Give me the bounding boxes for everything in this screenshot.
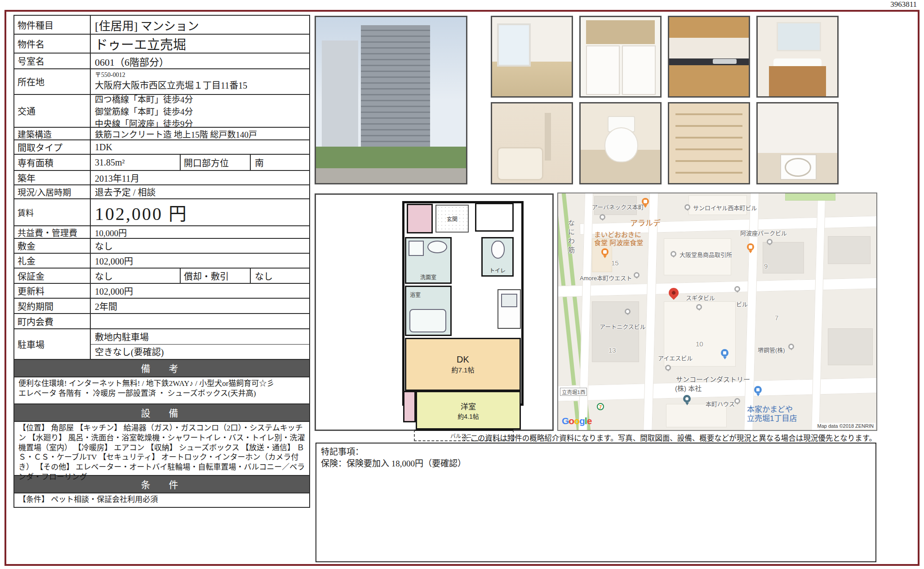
plan-entrance-label: 玄関 bbox=[446, 215, 458, 223]
value-status: 退去予定 / 相談 bbox=[91, 185, 309, 198]
row-structure: 建築構造 鉄筋コンクリート造 地上15階 総戸数140戸 bbox=[14, 128, 309, 140]
map-label-sanko-2: (株) 本社 bbox=[675, 383, 702, 393]
label-common-fee: 共益費・管理費 bbox=[14, 226, 91, 238]
plan-entrance-area: 玄関 bbox=[435, 205, 469, 233]
building-road-decor bbox=[316, 168, 466, 183]
row-status: 現況/入居時期 退去予定 / 相談 bbox=[14, 185, 309, 199]
map-label-ies: アイエスビル bbox=[658, 354, 693, 362]
label-area: 専有面積 bbox=[14, 155, 91, 170]
washbasin-mirror-decor bbox=[777, 22, 821, 52]
photo-building-exterior bbox=[315, 16, 467, 184]
label-renewal-fee: 更新料 bbox=[14, 284, 91, 298]
label-layout-type: 間取タイプ bbox=[14, 140, 91, 154]
value-rent: 102,000 円 bbox=[91, 199, 309, 225]
property-detail-table: 物件種目 [住居用] マンション 物件名 ドゥーエ立売堀 号室名 0601（6階… bbox=[13, 15, 310, 508]
value-address: 〒550-0012 大阪府大阪市西区立売堀１丁目11番15 bbox=[91, 69, 309, 94]
remarks-line-2: エレベータ 各階有 ・ 冷暖房 一部設置済 ・ シューズボックス(天井高) bbox=[18, 389, 256, 398]
label-property-name: 物件名 bbox=[14, 35, 91, 53]
value-guarantee: なし bbox=[91, 269, 181, 283]
value-parking: 敷地内駐車場 空きなし(要確認) bbox=[91, 329, 309, 359]
row-town-fee: 町内会費 bbox=[14, 314, 309, 329]
map-label-urbanex: アーバネックス本町 bbox=[592, 202, 644, 211]
photo-living-room bbox=[491, 16, 573, 98]
plan-dk-size: 約7.1帖 bbox=[452, 365, 475, 374]
google-logo-letter: o bbox=[569, 416, 574, 426]
map-label-block9: 9 bbox=[764, 262, 768, 270]
row-address: 所在地 〒550-0012 大阪府大阪市西区立売堀１丁目11番15 bbox=[14, 69, 309, 95]
plan-toilet-bowl-decor bbox=[491, 241, 505, 259]
building-greenery-decor bbox=[316, 147, 466, 168]
map-copyright: Map data ©2018 ZENRIN bbox=[816, 423, 876, 429]
restaurant-pin-icon bbox=[601, 248, 609, 255]
business-pin-icon bbox=[683, 395, 691, 403]
cafe-pin-icon bbox=[747, 243, 754, 251]
special-notes-insurance: 保険：保険要加入 18,000円（要確認） bbox=[321, 459, 466, 468]
label-room-no: 号室名 bbox=[14, 54, 91, 68]
shelves-decor bbox=[675, 103, 742, 183]
parking-line-1: 敷地内駐車場 bbox=[91, 329, 309, 345]
kitchen-cabinet-top-decor bbox=[669, 17, 749, 38]
value-room-no: 0601（6階部分） bbox=[91, 54, 309, 68]
plan-bath-label: 浴室 bbox=[410, 291, 421, 298]
photo-kitchen bbox=[668, 16, 750, 98]
special-notes-box: 特記事項： 保険：保険要加入 18,000円（要確認） bbox=[315, 443, 876, 562]
value-common-fee: 10,000円 bbox=[91, 226, 309, 238]
value-area: 31.85m² bbox=[91, 155, 181, 170]
map-label-artnics: アートニクスビル bbox=[600, 322, 646, 331]
row-layout-type: 間取タイプ 1DK bbox=[14, 140, 309, 155]
kitchen-counter-decor bbox=[669, 58, 749, 66]
map-label-sakai: 堺鋼管(株) bbox=[758, 345, 785, 354]
map-label-biru: ビル bbox=[736, 300, 748, 308]
row-contract-period: 契約期間 2年間 bbox=[14, 299, 309, 314]
map-label-exchange: 大阪堂島商品取引所 bbox=[680, 250, 732, 259]
row-property-name: 物件名 ドゥーエ立売堀 bbox=[14, 35, 309, 54]
map-label-amore: Amore本町ウエスト bbox=[580, 273, 632, 282]
map-pin-icon bbox=[788, 344, 794, 349]
property-sheet-page: { "page": { "doc_number": "3963811" }, "… bbox=[0, 0, 924, 569]
photo-bathroom bbox=[491, 102, 573, 184]
building-tower-decor bbox=[361, 25, 430, 158]
map-pin-icon bbox=[671, 251, 676, 257]
map-building-decor bbox=[828, 328, 873, 365]
label-deposit: 敷金 bbox=[14, 239, 91, 253]
special-notes-title: 特記事項： bbox=[321, 447, 364, 457]
label-address: 所在地 bbox=[14, 69, 91, 94]
map-label-block13: 13 bbox=[609, 346, 616, 354]
row-area: 専有面積 31.85m² 開口部方位 南 bbox=[14, 155, 309, 171]
naniwa-street-label: なにわ筋 bbox=[566, 220, 576, 255]
plan-shoe-closet bbox=[475, 203, 514, 232]
photo-washbasin bbox=[756, 16, 839, 98]
plan-washroom-label: 洗面室 bbox=[420, 273, 436, 281]
map-label-honmachi-house: 本町ハウス bbox=[706, 399, 735, 408]
row-transport: 交通 四つ橋線「本町」徒歩4分 御堂筋線「本町」徒歩4分 中央線「阿波座」徒歩9… bbox=[14, 95, 309, 128]
plan-bathtub-decor bbox=[409, 309, 446, 332]
kitchen-sink-decor bbox=[713, 59, 737, 64]
remarks-line-1: 便利な住環境! インターネット無料! / 地下鉄2WAY♪ / 小型犬or猫飼育… bbox=[18, 379, 274, 388]
shopping-pin-icon bbox=[754, 386, 762, 394]
map-pin-icon bbox=[665, 365, 671, 371]
kitchen-cabinet-bottom-decor bbox=[669, 65, 749, 96]
value-deposit: なし bbox=[91, 239, 309, 253]
row-renewal-fee: 更新料 102,000円 bbox=[14, 284, 309, 299]
location-map: なにわ筋 アーバネックス本町 アラルデ サンロイヤル西本町ビル まいどおおきに … bbox=[557, 193, 877, 431]
map-label-sugita: スギタビル bbox=[686, 293, 715, 302]
photo-laundry-space bbox=[756, 102, 839, 184]
section-header-equipment: 設 備 bbox=[14, 404, 309, 422]
parking-line-2: 空きなし(要確認) bbox=[91, 345, 309, 359]
map-label-ararude: アラルデ bbox=[630, 217, 661, 228]
label-contract-period: 契約期間 bbox=[14, 299, 91, 313]
living-window-decor bbox=[497, 23, 531, 67]
conditions-text: 【条件】 ペット相談・保証会社利用必須 bbox=[14, 493, 309, 507]
label-guarantee: 保証金 bbox=[14, 269, 91, 283]
label-rent: 賃料 bbox=[14, 199, 91, 225]
bathtub-decor bbox=[497, 147, 543, 180]
label-parking: 駐車場 bbox=[14, 329, 91, 359]
row-common-fee: 共益費・管理費 10,000円 bbox=[14, 226, 309, 239]
address-postal: 〒550-0012 bbox=[95, 72, 125, 79]
photo-storage-shelves bbox=[668, 102, 750, 184]
label-amortization: 償却・敷引 bbox=[181, 269, 251, 283]
value-transport: 四つ橋線「本町」徒歩4分 御堂筋線「本町」徒歩4分 中央線「阿波座」徒歩9分 bbox=[91, 95, 309, 127]
row-key-money: 礼金 102,000円 bbox=[14, 254, 309, 269]
laundry-drain-decor bbox=[785, 158, 811, 176]
map-label-block7: 7 bbox=[775, 314, 778, 322]
